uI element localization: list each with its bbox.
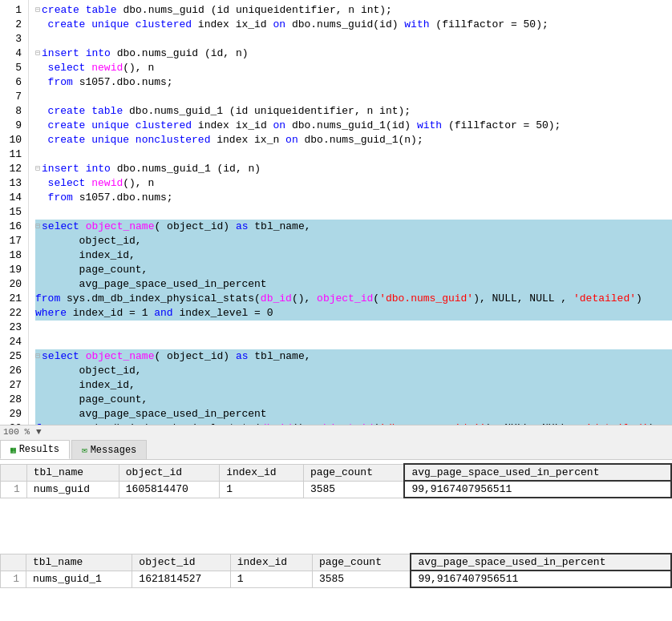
tab-results[interactable]: ▦Results [0,440,70,459]
token-kw: on [273,119,285,133]
token-fn: newid [91,61,123,75]
token-plain: dbo.nums_guid_1 (id, n) [111,162,261,176]
token-str: 'detailed' [586,421,649,425]
code-line: ⊟create table dbo.nums_guid (id uniqueid… [35,3,672,18]
token-kw: select [48,176,86,191]
line-number: 24 [3,335,22,349]
token-plain: dbo.nums_guid (id uniqueidentifier, n in… [123,3,391,18]
line-number: 4 [3,46,22,61]
result-grid: tbl_nameobject_idindex_idpage_countavg_p… [0,463,672,498]
tabs-bar: ▦Results✉Messages [0,438,672,460]
line-number: 14 [3,191,22,205]
code-line [35,205,672,220]
line-number: 29 [3,407,22,421]
token-plain: (fillfactor = 50); [430,18,549,32]
token-fn: object_id [317,292,373,306]
token-kw: create unique [48,119,129,133]
token-plain [35,61,48,75]
token-plain: dbo.nums_guid_1(id) [285,119,417,133]
line-number: 27 [3,378,22,393]
line-number: 8 [3,104,22,119]
token-plain: index ix_id [192,18,273,32]
col-header-avg_page_space_used_in_percent: avg_page_space_used_in_percent [411,554,671,571]
token-plain: s1057.dbo.nums; [73,191,173,205]
token-plain: s1057.dbo.nums; [73,75,173,90]
message-icon: ✉ [82,445,87,455]
line-number: 20 [3,277,22,292]
cell-avg_page_space_used_in_percent: 99,9167407956511 [411,571,671,587]
cell-index_id: 1 [230,571,312,587]
tab-messages[interactable]: ✉Messages [71,440,147,459]
table-row: 1nums_guid16058144701358599,916740795651… [1,481,672,498]
line-number: 7 [3,90,22,104]
code-line: from s1057.dbo.nums; [35,191,672,205]
collapse-icon[interactable]: ⊟ [35,46,40,61]
cell-avg_page_space_used_in_percent: 99,9167407956511 [404,481,671,498]
line-number: 2 [3,18,22,32]
grid-icon: ▦ [10,445,16,455]
col-header-tbl_name: tbl_name [26,464,119,481]
token-plain: index_level = 0 [173,306,273,321]
line-number: 12 [3,162,22,176]
token-plain [79,220,86,234]
token-kw: create unique [48,18,136,32]
cell-page_count: 3585 [303,481,404,498]
token-plain: index_id, [35,378,136,393]
token-plain: dbo.nums_guid_1 (id uniqueidentifier, n … [123,104,411,119]
token-kw: on [273,18,285,32]
token-plain [85,61,91,75]
editor-area: 1234567891011121314151617181920212223242… [0,0,672,425]
code-line: create unique clustered index ix_id on d… [35,119,672,133]
token-kw: insert into [42,162,111,176]
token-plain: tbl_name, [249,220,311,234]
line-number: 18 [3,248,22,263]
col-header-index_id: index_id [230,554,312,571]
code-line: page_count, [35,393,672,407]
token-kw: select [42,349,79,364]
token-plain: sys.dm_db_index_physical_stats( [60,421,261,425]
collapse-icon[interactable]: ⊟ [35,3,40,18]
token-plain: ( [373,292,379,306]
token-plain [35,75,48,90]
code-line: where index_id = 1 and index_level = 0 [35,306,672,321]
line-number: 15 [3,205,22,220]
collapse-icon[interactable]: ⊟ [35,220,40,234]
token-plain: sys.dm_db_index_physical_stats( [60,292,261,306]
token-kw: select [48,61,86,75]
code-area[interactable]: ⊟create table dbo.nums_guid (id uniqueid… [29,0,672,425]
line-number: 30 [3,421,22,425]
line-number: 17 [3,234,22,248]
code-line [35,32,672,46]
token-kw: create table [48,104,123,119]
code-line: ⊟insert into dbo.nums_guid (id, n) [35,46,672,61]
token-plain: dbo.nums_guid (id, n) [111,46,249,61]
cell-object_id: 1621814527 [132,571,230,587]
token-plain: avg_page_space_used_in_percent [35,277,267,292]
cell-tbl_name: nums_guid [26,481,119,498]
line-number: 1 [3,3,22,18]
code-line: select newid(), n [35,61,672,75]
line-number: 5 [3,61,22,75]
token-kw: from [35,421,60,425]
line-number: 21 [3,292,22,306]
token-plain: (), [292,421,317,425]
line-number: 28 [3,393,22,407]
cell-index_id: 1 [220,481,304,498]
token-kw: from [35,292,60,306]
col-header-object_id: object_id [119,464,219,481]
scrollbar-area[interactable]: 100 % ▼ [0,425,672,438]
collapse-icon[interactable]: ⊟ [35,162,40,176]
collapse-icon[interactable]: ⊟ [35,349,40,364]
line-number: 13 [3,176,22,191]
token-kw: with [404,18,429,32]
token-plain [35,119,48,133]
token-fn: db_id [261,292,292,306]
token-kw: clustered [136,18,192,32]
token-plain: object_id, [35,364,142,378]
tab-label: Messages [91,445,137,456]
token-kw: on [285,133,298,147]
token-str: 'dbo.nums_guid' [379,292,473,306]
code-line [35,147,672,162]
code-line [35,321,672,335]
code-line [35,90,672,104]
